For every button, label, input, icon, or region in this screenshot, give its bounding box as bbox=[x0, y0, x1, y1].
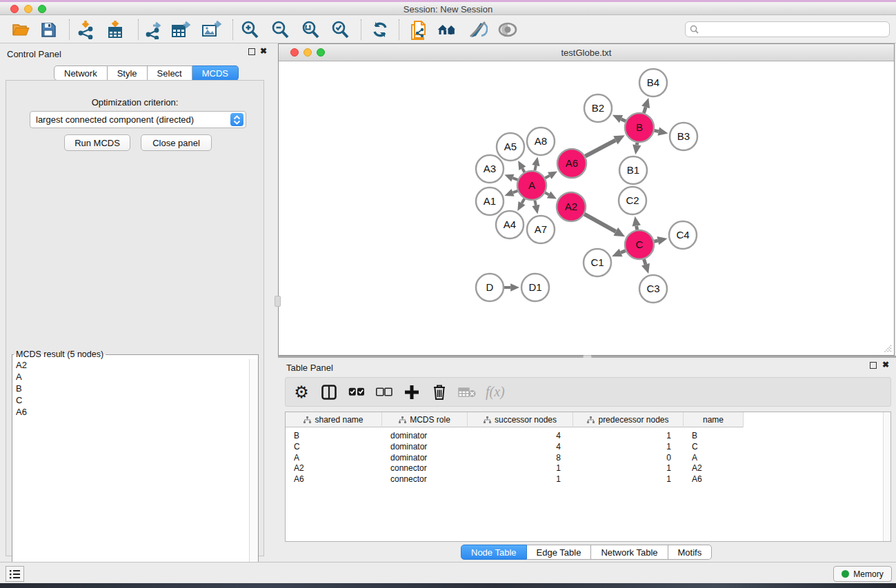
delete-table-icon[interactable] bbox=[455, 381, 479, 404]
column-header-successor-nodes[interactable]: successor nodes bbox=[468, 412, 573, 427]
graph-node-label-B1: B1 bbox=[627, 164, 639, 176]
float-table-panel-icon[interactable] bbox=[870, 361, 877, 371]
edge-arrowhead bbox=[641, 98, 650, 108]
memory-button[interactable]: Memory bbox=[833, 566, 892, 582]
mcds-result-item[interactable]: A6 bbox=[12, 406, 244, 418]
import-network-icon[interactable] bbox=[76, 20, 97, 39]
zoom-selected-icon[interactable] bbox=[330, 20, 350, 39]
network-graph[interactable]: AA1A2A3A4A5A6A7A8BB1B2B3B4CC1C2C3C4DD1 bbox=[279, 61, 894, 355]
network-window-titlebar[interactable]: testGlobe.txt bbox=[279, 44, 894, 61]
edge-A-A8[interactable] bbox=[535, 165, 535, 170]
column-header-shared-name[interactable]: shared name bbox=[286, 412, 382, 427]
edge-A-A5[interactable] bbox=[522, 168, 524, 172]
table-scrollbar[interactable] bbox=[883, 412, 890, 541]
edge-C-C2[interactable] bbox=[637, 226, 637, 230]
mcds-result-item[interactable]: A bbox=[12, 371, 244, 383]
table-cell: B bbox=[684, 430, 744, 441]
column-header-predecessor-nodes[interactable]: predecessor nodes bbox=[573, 412, 684, 427]
memory-label: Memory bbox=[853, 569, 883, 579]
mcds-list-scrollbar[interactable] bbox=[249, 359, 258, 578]
network-file-icon[interactable] bbox=[408, 20, 429, 39]
table-row[interactable]: Adominator80A bbox=[286, 452, 744, 463]
mcds-result-list[interactable]: A2ABCA6 bbox=[12, 359, 244, 578]
column-header-name[interactable]: name bbox=[684, 412, 744, 427]
edge-B-B1[interactable] bbox=[637, 143, 637, 145]
table-panel-title: Table Panel bbox=[286, 363, 333, 373]
table-header-row: shared nameMCDS rolesuccessor nodesprede… bbox=[286, 412, 744, 427]
network-window-title: testGlobe.txt bbox=[279, 48, 894, 58]
edge-A2-C[interactable] bbox=[584, 214, 616, 232]
tab-edge-table[interactable]: Edge Table bbox=[527, 545, 592, 560]
close-table-panel-icon[interactable]: ✖ bbox=[882, 360, 889, 369]
deselect-all-rows-icon[interactable] bbox=[372, 381, 396, 404]
home-icon[interactable] bbox=[437, 20, 457, 39]
zoom-out-icon[interactable] bbox=[270, 20, 290, 39]
tab-mcds[interactable]: MCDS bbox=[192, 65, 239, 81]
vertical-split-handle[interactable] bbox=[275, 296, 281, 307]
hide-annotations-icon[interactable] bbox=[468, 20, 488, 39]
tab-network[interactable]: Network bbox=[54, 65, 108, 81]
tab-style[interactable]: Style bbox=[108, 65, 148, 81]
mcds-result-item[interactable]: A2 bbox=[12, 359, 244, 371]
delete-column-trash-icon[interactable] bbox=[428, 381, 451, 404]
mcds-result-item[interactable]: B bbox=[12, 383, 244, 394]
edge-B-B2[interactable] bbox=[621, 119, 626, 121]
import-table-icon[interactable] bbox=[105, 20, 126, 39]
graph-node-label-B2: B2 bbox=[592, 102, 604, 114]
edge-A-A2[interactable] bbox=[545, 193, 548, 195]
graph-node-label-A3: A3 bbox=[484, 163, 496, 174]
graph-node-label-A8: A8 bbox=[535, 135, 547, 147]
table-settings-gear-icon[interactable]: ⚙ bbox=[290, 381, 313, 404]
zoom-fit-icon[interactable] bbox=[300, 20, 321, 39]
open-folder-icon[interactable] bbox=[10, 20, 31, 39]
run-mcds-button[interactable]: Run MCDS bbox=[64, 134, 130, 151]
edge-A-A6[interactable] bbox=[545, 176, 550, 179]
close-panel-button[interactable]: Close panel bbox=[141, 134, 212, 151]
tab-network-table[interactable]: Network Table bbox=[591, 545, 668, 560]
column-header-MCDS-role[interactable]: MCDS role bbox=[382, 412, 468, 427]
mcds-result-item[interactable]: C bbox=[12, 394, 244, 406]
graph-node-label-B3: B3 bbox=[677, 130, 690, 142]
table-cell: 4 bbox=[468, 441, 573, 452]
refresh-icon[interactable] bbox=[370, 20, 390, 39]
optimization-criterion-value: largest connected component (directed) bbox=[36, 114, 194, 125]
optimization-criterion-select[interactable]: largest connected component (directed) bbox=[30, 111, 246, 128]
edge-C-C4[interactable] bbox=[654, 241, 657, 241]
add-column-plus-icon[interactable] bbox=[400, 381, 424, 404]
search-input[interactable] bbox=[685, 21, 890, 37]
task-history-list-icon[interactable] bbox=[6, 566, 24, 582]
table-columns-icon[interactable] bbox=[317, 381, 341, 404]
select-all-rows-icon[interactable] bbox=[345, 381, 368, 404]
export-table-icon[interactable] bbox=[171, 20, 192, 39]
edge-A-A1[interactable] bbox=[512, 191, 517, 193]
export-image-icon[interactable] bbox=[201, 20, 222, 39]
export-network-icon[interactable] bbox=[143, 20, 164, 39]
optimization-criterion-label: Optimization criterion: bbox=[6, 97, 263, 108]
table-row[interactable]: Cdominator41C bbox=[286, 441, 744, 452]
edge-C-C3[interactable] bbox=[644, 259, 646, 265]
zoom-in-icon[interactable] bbox=[239, 20, 260, 39]
edge-B-B3[interactable] bbox=[655, 130, 659, 131]
edge-A-A7[interactable] bbox=[535, 201, 535, 205]
table-cell: 0 bbox=[573, 452, 684, 463]
table-cell: 1 bbox=[573, 441, 684, 452]
toolbar-separator bbox=[232, 19, 233, 40]
table-row[interactable]: Bdominator41B bbox=[286, 430, 744, 441]
eye-icon[interactable] bbox=[497, 20, 518, 39]
tab-node-table[interactable]: Node Table bbox=[461, 545, 527, 560]
window-resize-grip[interactable] bbox=[882, 343, 892, 353]
tab-motifs[interactable]: Motifs bbox=[668, 545, 713, 560]
table-row[interactable]: A2connector11A2 bbox=[286, 463, 744, 474]
close-panel-icon[interactable]: ✖ bbox=[260, 46, 267, 56]
save-icon[interactable] bbox=[38, 20, 59, 39]
edge-A-A3[interactable] bbox=[512, 178, 517, 180]
function-builder-icon[interactable]: f(x) bbox=[486, 384, 505, 400]
edge-A6-B[interactable] bbox=[585, 140, 615, 156]
table-row[interactable]: A6connector11A6 bbox=[286, 474, 744, 485]
float-panel-icon[interactable] bbox=[248, 48, 255, 57]
edge-C-C1[interactable] bbox=[621, 251, 626, 253]
edge-B-B4[interactable] bbox=[644, 107, 646, 113]
network-canvas[interactable]: AA1A2A3A4A5A6A7A8BB1B2B3B4CC1C2C3C4DD1 bbox=[279, 61, 894, 355]
tab-select[interactable]: Select bbox=[148, 65, 192, 81]
edge-A-A4[interactable] bbox=[522, 199, 525, 203]
